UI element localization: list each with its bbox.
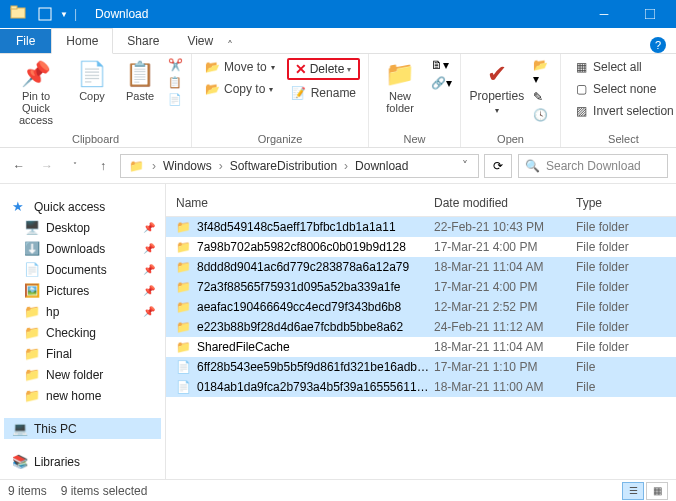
clipboard-small: ✂️ 📋 📄 <box>168 58 183 106</box>
file-row[interactable]: 📁SharedFileCache18-Mar-21 11:04 AMFile f… <box>166 337 676 357</box>
new-folder-button[interactable]: 📁 New folder <box>377 58 423 114</box>
file-row[interactable]: 📁7a98b702ab5982cf8006c0b019b9d12817-Mar-… <box>166 237 676 257</box>
nav-item[interactable]: 🖼️Pictures📌 <box>4 280 161 301</box>
details-view-button[interactable]: ☰ <box>622 482 644 500</box>
search-box[interactable]: 🔍 Search Download <box>518 154 668 178</box>
select-label: Select <box>608 131 639 145</box>
file-type: File folder <box>576 240 666 254</box>
file-date: 18-Mar-21 11:04 AM <box>434 340 576 354</box>
nav-item[interactable]: 🖥️Desktop📌 <box>4 217 161 238</box>
copy-button[interactable]: 📄 Copy <box>72 58 112 102</box>
file-row[interactable]: 📄6ff28b543ee59b5b5f9d861fd321be16adb8…17… <box>166 357 676 377</box>
chevron-icon[interactable]: › <box>342 159 350 173</box>
qat-separator: | <box>74 7 77 21</box>
rename-button[interactable]: 📝 Rename <box>287 84 360 102</box>
pin-quick-access-button[interactable]: 📌 Pin to Quick access <box>8 58 64 126</box>
col-name[interactable]: Name <box>176 196 434 210</box>
nav-item[interactable]: 📁New folder <box>4 364 161 385</box>
address-bar[interactable]: 📁 › Windows › SoftwareDistribution › Dow… <box>120 154 479 178</box>
folder-icon: 📁 <box>176 300 191 314</box>
col-date[interactable]: Date modified <box>434 196 576 210</box>
nav-item[interactable]: 📁new home <box>4 385 161 406</box>
nav-libraries[interactable]: 📚 Libraries <box>4 451 161 472</box>
chevron-icon[interactable]: › <box>217 159 225 173</box>
file-row[interactable]: 📄0184ab1da9fca2b793a4b5f39a1655561108…18… <box>166 377 676 397</box>
forward-button[interactable]: → <box>36 155 58 177</box>
file-row[interactable]: 📁3f48d549148c5aeff17bfbc1db1a1a1122-Feb-… <box>166 217 676 237</box>
thumbnails-view-button[interactable]: ▦ <box>646 482 668 500</box>
file-type: File folder <box>576 340 666 354</box>
file-type: File folder <box>576 300 666 314</box>
nav-item[interactable]: 📁hp📌 <box>4 301 161 322</box>
addr-history-icon[interactable]: ˅ <box>456 159 474 173</box>
file-name: 72a3f88565f75931d095a52ba339a1fe <box>197 280 401 294</box>
folder-icon: 📁 <box>176 280 191 294</box>
crumb-download[interactable]: Download <box>352 159 411 173</box>
nav-item[interactable]: 📁Final <box>4 343 161 364</box>
copy-icon: 📄 <box>77 60 107 88</box>
invert-selection-button[interactable]: ▨Invert selection <box>569 102 676 120</box>
view-tab[interactable]: View <box>173 29 227 53</box>
recent-button[interactable]: ˅ <box>64 155 86 177</box>
nav-item-label: Downloads <box>46 242 105 256</box>
search-placeholder: Search Download <box>546 159 641 173</box>
pasteshortcut-icon[interactable]: 📄 <box>168 93 183 106</box>
paste-button[interactable]: 📋 Paste <box>120 58 160 102</box>
properties-icon: ✔ <box>487 60 507 88</box>
status-selected: 9 items selected <box>61 484 148 498</box>
nav-item-label: Checking <box>46 326 96 340</box>
nav-item[interactable]: 📄Documents📌 <box>4 259 161 280</box>
qat-props-icon[interactable] <box>38 7 52 21</box>
file-row[interactable]: 📁aeafac190466649cc4ecd79f343bd6b812-Mar-… <box>166 297 676 317</box>
properties-button[interactable]: ✔ Properties ▾ <box>469 58 525 116</box>
back-button[interactable]: ← <box>8 155 30 177</box>
refresh-button[interactable]: ⟳ <box>484 154 512 178</box>
ribbon-collapse-icon[interactable]: ˄ <box>227 39 233 53</box>
maximize-button[interactable] <box>628 0 672 28</box>
open-icon[interactable]: 📂▾ <box>533 58 552 86</box>
file-row[interactable]: 📁8ddd8d9041ac6d779c283878a6a12a7918-Mar-… <box>166 257 676 277</box>
nav-this-pc[interactable]: 💻 This PC <box>4 418 161 439</box>
file-date: 18-Mar-21 11:04 AM <box>434 260 576 274</box>
nav-item[interactable]: 📁Checking <box>4 322 161 343</box>
nav-item-label: Pictures <box>46 284 89 298</box>
svg-rect-3 <box>645 9 655 19</box>
delete-button[interactable]: ✕ Delete ▾ <box>287 58 360 80</box>
file-name: e223b88b9f28d4d6ae7fcbdb5bbe8a62 <box>197 320 403 334</box>
share-tab[interactable]: Share <box>113 29 173 53</box>
new-group: 📁 New folder 🗎▾ 🔗▾ New <box>369 54 461 147</box>
move-to-button[interactable]: 📂 Move to ▾ <box>200 58 279 76</box>
file-type: File folder <box>576 260 666 274</box>
minimize-button[interactable]: ─ <box>582 0 626 28</box>
chevron-icon[interactable]: › <box>150 159 158 173</box>
col-type[interactable]: Type <box>576 196 666 210</box>
qat-dropdown-icon[interactable]: ▼ <box>60 10 68 19</box>
selectall-icon: ▦ <box>573 60 589 74</box>
file-tab[interactable]: File <box>0 29 51 53</box>
main-area: ★ Quick access 🖥️Desktop📌⬇️Downloads📌📄Do… <box>0 184 676 479</box>
cut-icon[interactable]: ✂️ <box>168 58 183 72</box>
crumb-swdist[interactable]: SoftwareDistribution <box>227 159 340 173</box>
pin-icon: 📌 <box>143 264 155 275</box>
crumb-windows[interactable]: Windows <box>160 159 215 173</box>
file-type: File folder <box>576 280 666 294</box>
edit-icon[interactable]: ✎ <box>533 90 552 104</box>
copy-to-button[interactable]: 📂 Copy to ▾ <box>200 80 279 98</box>
file-icon: 📄 <box>176 380 191 394</box>
nav-quick-access[interactable]: ★ Quick access <box>4 196 161 217</box>
newitem-icon[interactable]: 🗎▾ <box>431 58 452 72</box>
titlebar: ▼ | Download ─ <box>0 0 676 28</box>
select-all-button[interactable]: ▦Select all <box>569 58 676 76</box>
up-button[interactable]: ↑ <box>92 155 114 177</box>
select-none-button[interactable]: ▢Select none <box>569 80 676 98</box>
folder-icon: 📁 <box>24 388 40 403</box>
history-icon[interactable]: 🕓 <box>533 108 552 122</box>
easyaccess-icon[interactable]: 🔗▾ <box>431 76 452 90</box>
home-tab[interactable]: Home <box>51 28 113 54</box>
file-row[interactable]: 📁72a3f88565f75931d095a52ba339a1fe17-Mar-… <box>166 277 676 297</box>
help-icon[interactable]: ? <box>650 37 666 53</box>
copypath-icon[interactable]: 📋 <box>168 76 183 89</box>
nav-item[interactable]: ⬇️Downloads📌 <box>4 238 161 259</box>
file-row[interactable]: 📁e223b88b9f28d4d6ae7fcbdb5bbe8a6224-Feb-… <box>166 317 676 337</box>
ribbon: 📌 Pin to Quick access 📄 Copy 📋 Paste ✂️ … <box>0 54 676 148</box>
